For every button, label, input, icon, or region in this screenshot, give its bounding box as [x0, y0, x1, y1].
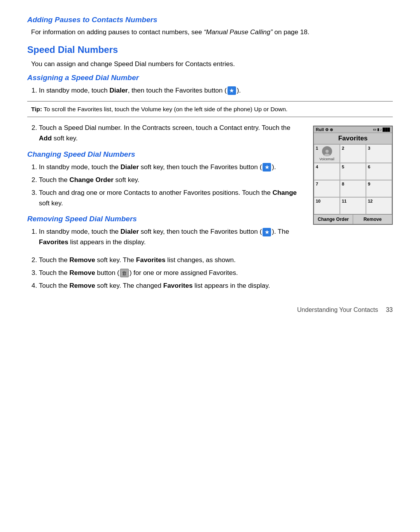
page-footer: Understanding Your Contacts 33 — [27, 306, 393, 313]
phone-cell-3: 3 — [366, 144, 392, 163]
phone-cell-5: 5 — [340, 163, 366, 180]
adding-pauses-body: For information on adding pauses to cont… — [31, 27, 393, 37]
remove-step-3: Touch the Remove button (🗑) for one or m… — [39, 268, 393, 278]
phone-cell-4: 4 — [314, 163, 340, 180]
trash-icon: 🗑 — [120, 269, 129, 277]
phone-status-bar: Rull ⚙ ⊗ ▭ ▮ ♪ ███ — [314, 126, 392, 133]
change-step-3: Touch and drag one or more Contacts to a… — [39, 187, 301, 208]
speed-dial-heading: Speed Dial Numbers — [27, 44, 393, 55]
page-content: Adding Pauses to Contacts Numbers For in… — [27, 16, 393, 313]
svg-point-0 — [326, 150, 329, 153]
phone-status-right: ▭ ▮ ♪ ███ — [373, 128, 390, 131]
removing-steps-continued: Touch the Remove soft key. The Favorites… — [39, 255, 393, 291]
cell-number-11: 11 — [342, 199, 346, 203]
cell-number-4: 4 — [316, 164, 318, 169]
assigning-steps: In standby mode, touch Dialer, then touc… — [39, 85, 393, 96]
adding-pauses-heading: Adding Pauses to Contacts Numbers — [27, 16, 393, 24]
screen-icon: ▭ — [373, 128, 376, 131]
changing-section: Changing Speed Dial Numbers In standby m… — [27, 150, 301, 209]
phone-cell-9: 9 — [366, 180, 392, 197]
cell-number-9: 9 — [368, 182, 370, 186]
remove-step-1: In standby mode, touch the Dialer soft k… — [39, 226, 301, 247]
tip-label: Tip: — [31, 106, 42, 112]
page-number: 33 — [386, 306, 393, 313]
assigning-step-2: Touch a Speed Dial number. In the Contra… — [39, 122, 301, 144]
removing-steps: In standby mode, touch the Dialer soft k… — [39, 226, 301, 247]
removing-section: Removing Speed Dial Numbers In standby m… — [27, 215, 301, 247]
change-step-1: In standby mode, touch the Dialer soft k… — [39, 162, 301, 172]
change-step-2: Touch the Change Order soft key. — [39, 175, 301, 185]
removing-heading: Removing Speed Dial Numbers — [27, 215, 301, 223]
tip-box: Tip: To scroll the Favorites list, touch… — [27, 101, 393, 117]
phone-cell-6: 6 — [366, 163, 392, 180]
cell-number-1: 1 — [316, 146, 318, 150]
assigning-heading: Assigning a Speed Dial Number — [27, 74, 393, 82]
change-order-softkey: Change Order — [314, 215, 353, 224]
phone-cell-11: 11 — [340, 197, 366, 214]
speed-dial-section: Speed Dial Numbers You can assign and ch… — [27, 44, 393, 69]
cell-number-10: 10 — [316, 199, 320, 203]
remove-softkey: Remove — [353, 215, 392, 224]
phone-softkeys: Change Order Remove — [314, 214, 392, 224]
cell-number-5: 5 — [342, 164, 344, 169]
cell-label-1: Voicemail — [319, 157, 334, 161]
footer-label: Understanding Your Contacts — [297, 306, 378, 313]
adding-pauses-section: Adding Pauses to Contacts Numbers For in… — [27, 16, 393, 37]
settings-icon: ⚙ — [325, 128, 329, 132]
cell-number-6: 6 — [368, 164, 370, 169]
cell-number-7: 7 — [316, 182, 318, 186]
phone-cell-1: 1 Voicemail — [314, 144, 340, 163]
phone-cell-2: 2 — [340, 144, 366, 163]
phone-cell-10: 10 — [314, 197, 340, 214]
cell-number-12: 12 — [368, 199, 373, 203]
cell-number-8: 8 — [342, 182, 344, 186]
favorites-star-icon-2: ★ — [262, 163, 271, 172]
x-icon: ⊗ — [330, 128, 333, 132]
phone-cell-8: 8 — [340, 180, 366, 197]
battery-icon: ▮ — [377, 128, 379, 131]
speed-dial-body: You can assign and change Speed Dial num… — [31, 59, 393, 69]
signal-text: Rull — [316, 127, 324, 132]
assigning-section: Assigning a Speed Dial Number In standby… — [27, 74, 393, 291]
favorites-star-icon: ★ — [228, 86, 236, 95]
step2-text-col: Touch a Speed Dial number. In the Contra… — [27, 122, 301, 251]
phone-status-left: Rull ⚙ ⊗ — [316, 127, 333, 132]
assigning-step-1: In standby mode, touch Dialer, then touc… — [39, 85, 393, 96]
phone-favorites-grid: 1 Voicemail 2 — [314, 144, 392, 214]
step2-with-phone: Touch a Speed Dial number. In the Contra… — [27, 122, 393, 251]
adding-pauses-ref: “Manual Pause Calling” — [204, 28, 273, 36]
music-icon: ♪ — [380, 128, 382, 131]
assigning-step2-list: Touch a Speed Dial number. In the Contra… — [39, 122, 301, 144]
svg-point-1 — [324, 154, 330, 156]
favorites-star-icon-3: ★ — [262, 228, 271, 236]
adding-pauses-text: For information on adding pauses to cont… — [31, 28, 204, 36]
changing-heading: Changing Speed Dial Numbers — [27, 150, 301, 159]
phone-cell-7: 7 — [314, 180, 340, 197]
cell-number-3: 3 — [368, 146, 370, 150]
phone-cell-12: 12 — [366, 197, 392, 214]
adding-pauses-page: on page 18. — [273, 28, 310, 36]
phone-screen: Rull ⚙ ⊗ ▭ ▮ ♪ ███ Favorites 1 — [313, 126, 393, 225]
cell-number-2: 2 — [342, 146, 344, 150]
remove-step-2: Touch the Remove soft key. The Favorites… — [39, 255, 393, 265]
remove-step-4: Touch the Remove soft key. The changed F… — [39, 280, 393, 291]
changing-steps: In standby mode, touch the Dialer soft k… — [39, 162, 301, 209]
tip-body: To scroll the Favorites list, touch the … — [42, 106, 287, 112]
voicemail-icon — [322, 146, 332, 156]
phone-screen-title: Favorites — [314, 133, 392, 144]
signal-bars: ███ — [383, 128, 390, 131]
